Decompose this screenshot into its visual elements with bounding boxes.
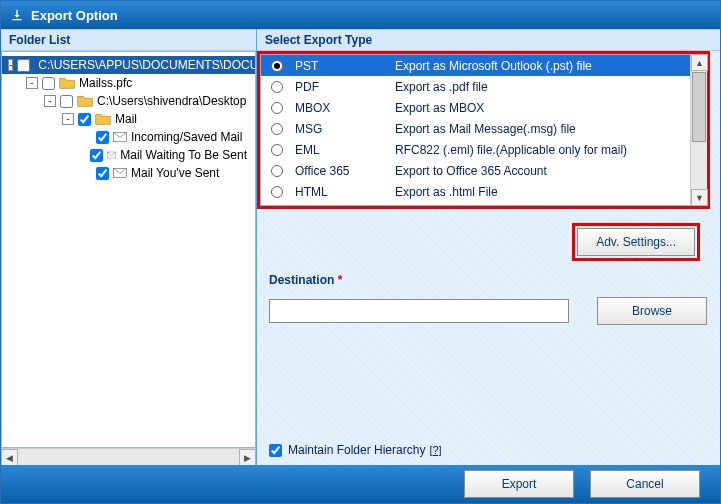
expand-toggle[interactable]: - xyxy=(8,59,13,71)
export-type-desc: Export as Mail Message(.msg) file xyxy=(395,122,706,136)
scroll-right-button[interactable]: ▶ xyxy=(239,449,256,466)
cancel-button[interactable]: Cancel xyxy=(590,470,700,498)
export-type-desc: Export to Office 365 Account xyxy=(395,164,706,178)
tree-checkbox[interactable] xyxy=(96,167,109,180)
tree-label: Mail Waiting To Be Sent xyxy=(120,148,247,162)
export-type-item[interactable]: MBOXExport as MBOX xyxy=(261,97,706,118)
browse-button[interactable]: Browse xyxy=(597,297,707,325)
expand-toggle[interactable]: - xyxy=(44,95,56,107)
tree-label: Mail You've Sent xyxy=(131,166,219,180)
export-type-name: EML xyxy=(295,143,395,157)
radio-icon[interactable] xyxy=(271,186,283,198)
tree-checkbox[interactable] xyxy=(17,59,30,72)
window-title: Export Option xyxy=(31,8,118,23)
export-type-desc: Export as .html File xyxy=(395,185,706,199)
export-type-header: Select Export Type xyxy=(257,29,720,51)
export-type-scroll[interactable]: ▲ ▼ xyxy=(690,54,707,206)
tree-checkbox[interactable] xyxy=(90,149,103,162)
tree-node[interactable]: Mail Waiting To Be Sent xyxy=(2,146,255,164)
folder-list-header: Folder List xyxy=(1,29,256,51)
radio-icon[interactable] xyxy=(271,81,283,93)
footer: Export Cancel xyxy=(1,465,720,503)
folder-tree[interactable]: -C:\USERS\APPUS\DOCUMENTS\DOCUMENTS-Mail… xyxy=(1,51,256,448)
export-type-name: PDF xyxy=(295,80,395,94)
tree-node[interactable]: -Mail xyxy=(2,110,255,128)
export-type-name: MBOX xyxy=(295,101,395,115)
tree-checkbox[interactable] xyxy=(78,113,91,126)
expand-toggle[interactable]: - xyxy=(26,77,38,89)
tree-label: Mail xyxy=(115,112,137,126)
tree-checkbox[interactable] xyxy=(60,95,73,108)
radio-icon[interactable] xyxy=(271,102,283,114)
export-type-name: TXT xyxy=(295,206,395,207)
tree-checkbox[interactable] xyxy=(96,131,109,144)
tree-checkbox[interactable] xyxy=(42,77,55,90)
radio-icon[interactable] xyxy=(271,144,283,156)
maintain-hierarchy-label[interactable]: Maintain Folder Hierarchy xyxy=(288,443,425,457)
export-type-desc: RFC822 (.eml) file.(Applicable only for … xyxy=(395,143,706,157)
export-type-item[interactable]: EMLRFC822 (.eml) file.(Applicable only f… xyxy=(261,139,706,160)
export-type-name: MSG xyxy=(295,122,395,136)
tree-node[interactable]: -C:\USERS\APPUS\DOCUMENTS\DOCUMENTS xyxy=(2,56,255,74)
radio-icon[interactable] xyxy=(271,60,283,72)
export-type-item[interactable]: PDFExport as .pdf file xyxy=(261,76,706,97)
export-type-desc: Export as Microsoft Outlook (.pst) file xyxy=(395,59,706,73)
help-icon[interactable]: [?] xyxy=(429,444,441,456)
export-type-name: Office 365 xyxy=(295,164,395,178)
tree-label: Mailss.pfc xyxy=(79,76,132,90)
radio-icon[interactable] xyxy=(271,123,283,135)
scroll-up-button[interactable]: ▲ xyxy=(691,54,708,71)
export-type-list[interactable]: PSTExport as Microsoft Outlook (.pst) fi… xyxy=(260,54,707,206)
maintain-hierarchy-checkbox[interactable] xyxy=(269,444,282,457)
title-bar: Export Option xyxy=(1,1,720,29)
radio-icon[interactable] xyxy=(271,165,283,177)
scroll-down-button[interactable]: ▼ xyxy=(691,189,708,206)
expand-toggle[interactable]: - xyxy=(62,113,74,125)
scroll-thumb[interactable] xyxy=(692,72,706,142)
export-type-name: HTML xyxy=(295,185,395,199)
tree-label: C:\USERS\APPUS\DOCUMENTS\DOCUMENTS xyxy=(38,58,256,72)
export-type-item[interactable]: HTMLExport as .html File xyxy=(261,181,706,202)
export-type-name: PST xyxy=(295,59,395,73)
tree-label: Incoming/Saved Mail xyxy=(131,130,242,144)
export-icon xyxy=(9,7,25,23)
destination-label: Destination * xyxy=(269,273,710,287)
export-type-item[interactable]: PSTExport as Microsoft Outlook (.pst) fi… xyxy=(261,55,706,76)
tree-h-scroll[interactable]: ◀ ▶ xyxy=(1,448,256,465)
export-type-desc: Export to .txt file xyxy=(395,206,706,207)
export-type-item[interactable]: MSGExport as Mail Message(.msg) file xyxy=(261,118,706,139)
tree-node[interactable]: -C:\Users\shivendra\Desktop xyxy=(2,92,255,110)
adv-settings-button[interactable]: Adv. Settings... xyxy=(577,228,695,256)
tree-node[interactable]: Mail You've Sent xyxy=(2,164,255,182)
export-type-desc: Export as MBOX xyxy=(395,101,706,115)
export-button[interactable]: Export xyxy=(464,470,574,498)
export-type-item[interactable]: Office 365Export to Office 365 Account xyxy=(261,160,706,181)
tree-label: C:\Users\shivendra\Desktop xyxy=(97,94,246,108)
scroll-left-button[interactable]: ◀ xyxy=(1,449,18,466)
destination-input[interactable] xyxy=(269,299,569,323)
tree-node[interactable]: Incoming/Saved Mail xyxy=(2,128,255,146)
export-type-item[interactable]: TXTExport to .txt file xyxy=(261,202,706,206)
export-type-desc: Export as .pdf file xyxy=(395,80,706,94)
export-type-highlight: PSTExport as Microsoft Outlook (.pst) fi… xyxy=(257,51,710,209)
tree-node[interactable]: -Mailss.pfc xyxy=(2,74,255,92)
